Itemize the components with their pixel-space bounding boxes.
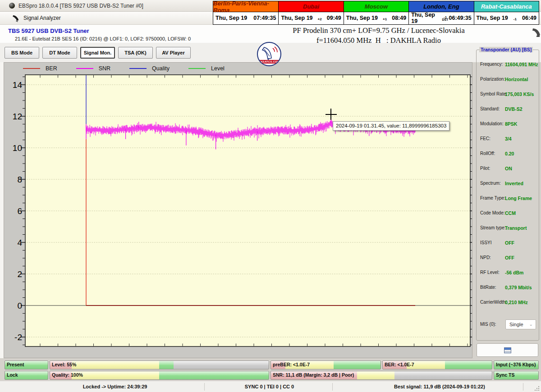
utc-offset: +2	[318, 17, 322, 20]
field-value: 0,210 MHz	[505, 300, 528, 305]
left-margin-strip	[0, 62, 4, 358]
field-label: RF Level:	[480, 270, 500, 275]
svg-text:12: 12	[13, 112, 22, 121]
field-label: Frequency:	[480, 62, 503, 67]
transponder-row-symbol-rate-: Symbol Rate: 175,003 KS/s	[477, 91, 540, 98]
transponder-row-frequency-: Frequency: 11604,091 MHz	[477, 62, 540, 68]
tab-signal-mon-[interactable]: Signal Mon.	[80, 47, 115, 59]
field-label: FEC:	[480, 136, 491, 141]
clock-city: Rabat-Casablanca	[474, 1, 539, 12]
field-value: Horizontal	[505, 77, 528, 82]
transponder-row-npd-: NPD: OFF	[477, 255, 540, 261]
gauge-label: Level: 55%	[50, 361, 269, 369]
transponder-row-polarization-: Polarization: Horizontal	[477, 77, 540, 83]
svg-text:10: 10	[13, 143, 22, 153]
field-label: CarrierWidth:	[480, 300, 507, 305]
field-value: 8PSK	[505, 121, 517, 127]
svg-text:-2: -2	[14, 333, 22, 342]
field-value: 0.20	[505, 151, 514, 156]
statusbar-separator	[204, 383, 205, 391]
info-band: TBS 5927 USB DVB-S2 Tuner 21.6E - Eutels…	[0, 25, 541, 43]
field-label: Polarization:	[480, 77, 505, 82]
tab-dt-mode[interactable]: DT Mode	[42, 47, 77, 59]
tab-av-player[interactable]: AV Player	[156, 47, 191, 59]
transponder-row-standard-: Standard: DVB-S2	[477, 106, 540, 113]
gauge-label: BER: <1.0E-7	[383, 361, 492, 369]
transponder-row-carrierwidth-: CarrierWidth: 0,210 MHz	[477, 300, 540, 306]
transponder-row-rf-level-: RF Level: -56 dBm	[477, 270, 540, 276]
status-bar: Locked -> Uptime: 24:39:29SYNC 0 | TEI 0…	[0, 381, 541, 392]
clock-value: Thu, Sep 19-1DST06:49:35	[409, 12, 473, 24]
chart-tooltip: 2024-09-19 01.31.45, value: 11,899999618…	[333, 121, 449, 131]
statusbar-section-0: Locked -> Uptime: 24:39:29	[16, 383, 214, 391]
gauge-ber: BER: <1.0E-7	[382, 360, 492, 369]
gauge-preber: preBER: <1.0E-7	[270, 360, 381, 369]
utc-offset: -1DST	[442, 15, 449, 21]
dxsatcs-logo-circle: DXSATCS.COM	[257, 42, 281, 66]
field-value: Inverted	[505, 181, 523, 186]
transponder-row-pilot-: Pilot: ON	[477, 166, 540, 172]
chart-plot[interactable]: 14121086420-2	[4, 63, 472, 358]
window-title: EBSpro 18.0.0.4 [TBS 5927 USB DVB-S2 Tun…	[18, 3, 143, 9]
tab-tsa-ok-[interactable]: TSA (OK)	[118, 47, 153, 59]
transponder-row-code-mode-: Code Mode: CCM	[477, 210, 540, 217]
clock-london-eng: London, Eng Thu, Sep 19-1DST06:49:35	[408, 1, 473, 24]
tab-bs-mode[interactable]: BS Mode	[5, 47, 39, 59]
field-value: 11604,091 MHz	[505, 62, 538, 67]
mis-select[interactable]: Single ⌄	[505, 319, 536, 329]
field-label: Standard:	[480, 106, 500, 111]
field-label: Modulation:	[480, 121, 504, 126]
utc-offset: -1	[513, 17, 517, 20]
crosshair-cursor	[330, 109, 331, 120]
clock-rabat-casablanca: Rabat-Casablanca Thu, Sep 19-106:49	[474, 1, 539, 24]
field-value: 175,003 KS/s	[505, 91, 534, 97]
satellite-dish-icon	[12, 14, 19, 22]
app-window: { "window": {"title": "EBSpro 18.0.0.4 […	[0, 0, 541, 392]
list-stack-icon	[504, 347, 511, 353]
field-label: NPD:	[480, 255, 491, 260]
field-label: Code Mode:	[480, 210, 504, 215]
site-info: PF Prodelin 370 cm+ LOF=9.75 GHz / Lucen…	[252, 26, 505, 45]
field-label: RollOff:	[480, 151, 495, 156]
clock-dubai: Dubai Thu, Sep 19+209:49	[278, 1, 343, 24]
clock-city: Dubai	[279, 1, 343, 12]
gauge-label: SNR: 11,1 dB (Margin: 3,2 dB | Poor)	[271, 371, 492, 379]
resize-grip[interactable]	[534, 386, 540, 392]
clock-city: Moscow	[344, 1, 408, 12]
clock-moscow: Moscow Thu, Sep 19+108:49	[344, 1, 408, 24]
field-value: CCM	[505, 210, 516, 216]
transponder-row-modulation-: Modulation: 8PSK	[477, 121, 540, 128]
gauge-sync-ts: Sync TS	[494, 371, 539, 380]
svg-text:2: 2	[17, 269, 22, 279]
mode-tabs: BS ModeDT ModeSignal Mon.TSA (OK)AV Play…	[5, 47, 191, 59]
tuner-subtitle: 21.6E - Eutelsat 21B SES 16 (ID: 0216) @…	[15, 36, 191, 41]
statusbar-separator	[523, 383, 523, 391]
mis-selected-value: Single	[509, 322, 523, 327]
utc-offset: +1	[383, 17, 387, 20]
transponder-panel: Transponder (AU) [BS] MIS (0): Single ⌄ …	[476, 50, 539, 341]
svg-text:4: 4	[17, 238, 22, 247]
field-value: OFF	[505, 255, 514, 260]
gauge-level: Level: 55%	[50, 360, 269, 369]
clock-city: London, Eng	[409, 1, 473, 12]
transponder-row-bitrate-: BitRate: 0,379 Mbit/s	[477, 285, 540, 291]
field-value: 3/4	[505, 136, 512, 141]
clock-value: Thu, Sep 19+209:49	[279, 12, 343, 24]
field-value: ON	[505, 166, 512, 171]
clock-value: Thu, Sep 19+108:49	[344, 12, 408, 24]
clock-value: Thu, Sep 19-106:49	[474, 12, 539, 24]
signal-chart[interactable]: BERSNRQualityLevel 14121086420-2 2024-09…	[4, 62, 472, 358]
gauge-label: Input (~376 Kbps)	[494, 361, 538, 369]
transponder-row-issyi: ISSYI OFF	[477, 240, 540, 246]
site-line1: PF Prodelin 370 cm+ LOF=9.75 GHz / Lucen…	[252, 26, 505, 35]
chevron-down-icon: ⌄	[529, 322, 533, 327]
svg-text:6: 6	[17, 206, 22, 216]
field-value: OFF	[505, 240, 514, 246]
transponder-row-fec-: FEC: 3/4	[477, 136, 540, 142]
field-label: Frame Type:	[480, 196, 505, 201]
transponder-list-button[interactable]	[477, 343, 538, 357]
clock-city: Berlin-Paris-Vienna-Roma	[213, 1, 278, 12]
svg-text:14: 14	[13, 80, 23, 90]
statusbar-section-1: SYNC 0 | TEI 0 | CC 0	[205, 383, 334, 391]
transponder-row-frame-type-: Frame Type: Long Frame	[477, 196, 540, 202]
